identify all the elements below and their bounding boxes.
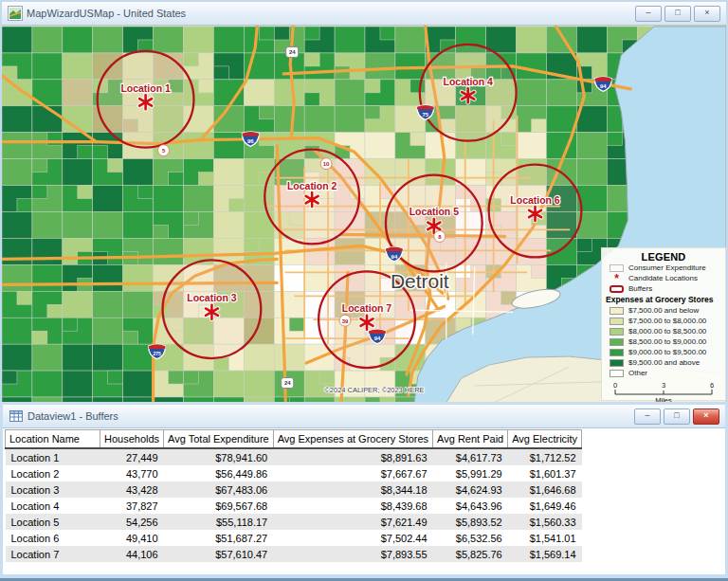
table-cell[interactable]: $7,667.67 (273, 465, 432, 481)
legend-class-label: $8,500.00 to $9,000.00 (628, 337, 706, 346)
column-header[interactable]: Avg Electricity (508, 430, 582, 449)
table-row[interactable]: Location 649,410$51,687.27$7,502.44$6,53… (6, 530, 582, 546)
table-cell[interactable]: $69,567.68 (164, 498, 274, 514)
dataview-window: Dataview1 - Buffers – □ × Location NameH… (0, 402, 728, 581)
table-cell[interactable]: Location 3 (6, 481, 100, 498)
table-cell[interactable]: $1,649.46 (508, 498, 582, 514)
location-label: Location 4 (444, 77, 494, 87)
column-header[interactable]: Location Name (6, 430, 100, 449)
table-cell[interactable]: $4,624.93 (433, 481, 508, 498)
table-cell[interactable]: $56,449.86 (164, 465, 274, 481)
table-cell[interactable]: $57,610.47 (164, 546, 274, 562)
map-window-title: MapWizardUSMap - United States (27, 8, 635, 19)
svg-text:94: 94 (374, 336, 381, 341)
svg-text:24: 24 (289, 49, 296, 55)
close-button[interactable]: × (694, 6, 720, 22)
table-cell[interactable]: Location 2 (6, 465, 100, 481)
table-cell[interactable]: $55,118.17 (164, 514, 274, 530)
map-window-titlebar[interactable]: MapWizardUSMap - United States – □ × (2, 2, 726, 26)
table-cell[interactable]: $1,712.52 (508, 448, 582, 465)
table-cell[interactable]: 43,428 (100, 481, 164, 498)
table-cell[interactable]: $78,941.60 (164, 448, 274, 465)
table-cell[interactable]: 27,449 (100, 448, 164, 465)
table-cell[interactable]: $5,825.76 (433, 546, 508, 562)
legend-scalebar: 036Miles (602, 380, 725, 404)
svg-text:94: 94 (600, 83, 607, 89)
table-cell[interactable]: Location 7 (6, 546, 100, 562)
table-cell[interactable]: $51,687.27 (164, 530, 274, 546)
table-cell[interactable]: $6,532.56 (433, 530, 508, 546)
table-row[interactable]: Location 554,256$55,118.17$7,621.49$5,89… (6, 514, 582, 530)
legend-class-label: $7,500.00 and below (628, 306, 699, 315)
legend-layer-item: Buffers (602, 283, 725, 294)
map-copyright: ©2024 CALIPER; ©2023 HERE (324, 386, 424, 394)
map-client: Location 1Location 2Location 3Location 4… (2, 26, 726, 404)
table-cell[interactable]: $5,991.29 (433, 465, 508, 481)
column-header[interactable]: Avg Expenses at Grocery Stores (273, 430, 432, 449)
table-cell[interactable]: $4,643.96 (433, 498, 508, 514)
state-route-shield-icon: 10 (320, 158, 332, 170)
svg-text:3: 3 (662, 381, 665, 390)
legend-layer-item: Consumer Expenditure (602, 263, 725, 273)
table-row[interactable]: Location 437,827$69,567.68$8,439.68$4,64… (6, 498, 582, 514)
column-header[interactable]: Avg Total Expenditure (164, 430, 274, 449)
table-row[interactable]: Location 343,428$67,483.06$8,344.18$4,62… (6, 481, 582, 498)
legend-class-item: Other (602, 368, 725, 378)
table-icon (9, 409, 24, 424)
state-route-shield-icon: 5 (158, 145, 170, 156)
legend-class-label: $9,000.00 to $9,500.00 (628, 348, 706, 356)
table-cell[interactable]: $1,560.33 (508, 514, 582, 530)
location-label: Location 7 (342, 303, 392, 314)
table-cell[interactable]: $8,891.63 (273, 448, 432, 465)
maximize-button[interactable]: □ (664, 409, 690, 425)
location-label: Location 6 (510, 195, 560, 206)
maximize-button[interactable]: □ (664, 6, 691, 22)
table-row[interactable]: Location 243,770$56,449.86$7,667.67$5,99… (6, 465, 582, 481)
state-route-shield-icon: 39 (339, 315, 351, 326)
class-color-swatch (610, 338, 624, 346)
table-cell[interactable]: Location 1 (6, 448, 100, 465)
table-cell[interactable]: 43,770 (100, 465, 164, 481)
table-cell[interactable]: $4,617.73 (433, 448, 508, 465)
table-cell[interactable]: 37,827 (100, 498, 164, 514)
table-cell[interactable]: $8,344.18 (273, 481, 432, 498)
map-icon (8, 6, 23, 21)
table-cell[interactable]: 49,410 (100, 530, 164, 546)
minimize-button[interactable]: – (634, 409, 661, 425)
location-label: Location 5 (410, 207, 460, 217)
table-cell[interactable]: $1,601.37 (508, 465, 582, 481)
table-cell[interactable]: $1,541.01 (508, 530, 582, 546)
table-cell[interactable]: $7,621.49 (273, 514, 432, 530)
dataview-titlebar[interactable]: Dataview1 - Buffers – □ × (3, 405, 725, 428)
table-row[interactable]: Location 127,449$78,941.60$8,891.63$4,61… (6, 448, 582, 465)
table-cell[interactable]: $67,483.06 (164, 481, 274, 498)
table-cell[interactable]: $7,893.55 (273, 546, 432, 562)
class-color-swatch (610, 359, 624, 367)
table-cell[interactable]: Location 5 (6, 514, 100, 530)
close-button[interactable]: × (693, 409, 719, 425)
table-cell[interactable]: $7,502.44 (273, 530, 432, 546)
table-cell[interactable]: $1,646.68 (508, 481, 582, 498)
legend-class-label: $9,500.00 and above (628, 358, 700, 367)
svg-text:10: 10 (323, 161, 330, 167)
svg-text:75: 75 (423, 112, 429, 118)
column-header[interactable]: Avg Rent Paid (433, 430, 508, 449)
layer-swatch (610, 264, 624, 272)
table-cell[interactable]: $1,569.14 (508, 546, 582, 562)
table-cell[interactable]: 44,106 (100, 546, 164, 562)
table-cell[interactable]: $5,893.52 (433, 514, 508, 530)
svg-text:0: 0 (613, 381, 617, 390)
legend-class-label: $7,500.00 to $8,000.00 (628, 317, 706, 325)
table-cell[interactable]: 54,256 (100, 514, 164, 530)
class-color-swatch (610, 370, 624, 377)
svg-text:6: 6 (710, 381, 714, 390)
legend-class-label: $8,000.00 to $8,500.00 (628, 327, 706, 336)
minimize-button[interactable]: – (635, 6, 662, 22)
table-cell[interactable]: $8,439.68 (273, 498, 432, 514)
column-header[interactable]: Households (100, 430, 164, 449)
svg-text:24: 24 (284, 380, 291, 386)
table-cell[interactable]: Location 6 (6, 530, 100, 546)
table-cell[interactable]: Location 4 (6, 498, 100, 514)
table-row[interactable]: Location 744,106$57,610.47$7,893.55$5,82… (6, 546, 582, 562)
legend-layer-label: Buffers (628, 284, 652, 293)
